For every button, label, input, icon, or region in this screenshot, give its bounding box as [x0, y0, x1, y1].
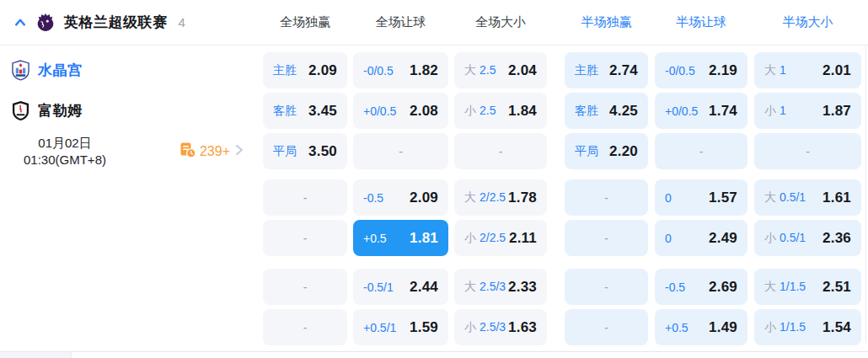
odds-value: 2.11 — [509, 230, 537, 247]
odds-label: -0/0.5 — [363, 64, 394, 77]
match-meta: 01月02日 01:30(GMT+8) 239+ — [0, 133, 255, 169]
chevron-right-icon — [233, 143, 245, 160]
left-spacer — [0, 309, 255, 345]
odds-cell-selected[interactable]: +0.51.81 — [353, 220, 448, 256]
odds-cell[interactable]: 平局3.50 — [263, 133, 347, 169]
odds-cell[interactable]: +0/0.52.08 — [353, 93, 448, 129]
odds-label: 小0.5/1 — [764, 231, 806, 246]
league-header-row: 英格兰超级联赛 4 全场独赢 全场让球 全场大小 半场独赢 半场让球 半场大小 — [0, 0, 868, 45]
odds-label: +0/0.5 — [363, 104, 396, 118]
odds-label: 大1/1.5 — [764, 280, 806, 295]
odds-label: 0 — [665, 191, 672, 205]
odds-label: 大0.5/1 — [764, 190, 806, 206]
odds-value: 2.49 — [709, 230, 737, 247]
league-name: 英格兰超级联赛 — [64, 13, 168, 32]
odds-value: 2.19 — [709, 62, 737, 79]
odds-cell[interactable]: 大2.52.04 — [454, 52, 547, 88]
odds-cell-empty: - — [565, 269, 648, 305]
odds-cell-empty: - — [353, 133, 448, 169]
odds-cell[interactable]: 小2.51.84 — [454, 93, 547, 129]
odds-cell-empty: - — [263, 309, 347, 345]
odds-row: 富勒姆 客胜3.45 +0/0.52.08 小2.51.84 客胜4.25 +0… — [0, 93, 868, 129]
odds-label: 主胜 — [273, 63, 297, 78]
odds-cell[interactable]: -0.52.69 — [655, 269, 747, 305]
away-team-crest-icon — [12, 100, 29, 121]
odds-cell[interactable]: -0/0.51.82 — [353, 52, 448, 88]
collapse-chevron-up-icon[interactable] — [13, 16, 27, 29]
odds-cell[interactable]: +0.5/11.59 — [353, 309, 448, 345]
odds-label: -0.5 — [363, 191, 383, 205]
match-time: 01:30(GMT+8) — [5, 152, 125, 168]
left-spacer — [0, 179, 255, 216]
column-header-fulltime-handicap: 全场让球 — [353, 14, 448, 30]
odds-label: +0.5 — [665, 321, 689, 334]
odds-label: 0 — [665, 232, 672, 245]
match-datetime: 01月02日 01:30(GMT+8) — [5, 135, 125, 168]
empty-odds-dash: - — [303, 321, 308, 334]
odds-value: 2.04 — [508, 62, 537, 79]
table-right-divider — [865, 46, 866, 343]
more-markets-count: 239+ — [200, 144, 230, 159]
odds-cell[interactable]: 小2.5/31.63 — [454, 309, 547, 345]
odds-cell-empty: - — [454, 133, 547, 169]
odds-cell[interactable]: 02.49 — [655, 220, 747, 256]
odds-label: +0.5 — [363, 232, 387, 245]
odds-cell-empty: - — [565, 309, 648, 345]
left-spacer — [0, 269, 255, 305]
empty-odds-dash: - — [399, 145, 403, 158]
odds-cell[interactable]: 主胜2.74 — [565, 52, 648, 88]
odds-value: 2.09 — [410, 190, 438, 206]
odds-value: 3.45 — [308, 103, 337, 120]
odds-value: 1.81 — [410, 230, 438, 247]
odds-cell-empty: - — [263, 269, 347, 305]
odds-cell-empty: - — [655, 133, 747, 169]
odds-cell[interactable]: 小0.5/12.36 — [754, 220, 861, 256]
odds-cell[interactable]: 主胜2.09 — [263, 52, 347, 88]
column-header-fulltime-overunder: 全场大小 — [454, 14, 547, 30]
odds-label: 客胜 — [273, 104, 297, 119]
away-team-row[interactable]: 富勒姆 — [0, 93, 255, 129]
odds-cell[interactable]: 大0.5/11.61 — [754, 179, 861, 216]
odds-cell[interactable]: 小11.87 — [754, 93, 861, 129]
odds-value: 1.74 — [709, 103, 737, 120]
odds-cell[interactable]: 大2.5/32.33 — [454, 269, 547, 305]
odds-cell[interactable]: 小1/1.51.54 — [754, 309, 861, 345]
empty-odds-dash: - — [806, 145, 810, 158]
odds-cell[interactable]: 客胜4.25 — [565, 93, 648, 129]
odds-cell[interactable]: 大12.01 — [754, 52, 861, 88]
odds-cell[interactable]: +0.51.49 — [655, 309, 747, 345]
column-header-halftime-handicap: 半场让球 — [655, 14, 747, 30]
odds-label: 小2.5 — [464, 104, 496, 119]
home-team-row[interactable]: 水晶宫 — [0, 52, 255, 88]
odds-cell[interactable]: 平局2.20 — [565, 133, 648, 169]
odds-value: 1.84 — [508, 103, 537, 120]
odds-cell[interactable]: +0/0.51.74 — [655, 93, 747, 129]
more-markets-link[interactable]: 239+ — [179, 142, 245, 162]
odds-board: 英格兰超级联赛 4 全场独赢 全场让球 全场大小 半场独赢 半场让球 半场大小 … — [0, 0, 868, 358]
odds-cell[interactable]: 大1/1.52.51 — [754, 269, 861, 305]
odds-cell[interactable]: 01.57 — [655, 179, 747, 216]
home-team-crest-icon — [12, 60, 29, 81]
odds-value: 2.09 — [308, 62, 337, 79]
column-header-fulltime-1x2: 全场独赢 — [263, 14, 347, 30]
empty-odds-dash: - — [604, 321, 608, 334]
odds-cell[interactable]: -0.5/12.44 — [353, 269, 448, 305]
empty-odds-dash: - — [303, 191, 308, 205]
odds-label: -0.5/1 — [363, 281, 394, 294]
odds-label: 大2/2.5 — [464, 190, 506, 206]
odds-cell[interactable]: 小2/2.52.11 — [454, 220, 547, 256]
odds-cell[interactable]: 客胜3.45 — [263, 93, 347, 129]
odds-value: 2.36 — [822, 230, 851, 247]
odds-label: 小2.5/3 — [464, 320, 506, 335]
odds-cell[interactable]: 大2/2.51.78 — [454, 179, 547, 216]
left-spacer — [0, 220, 255, 256]
odds-cell[interactable]: -0/0.52.19 — [655, 52, 747, 88]
odds-cell[interactable]: -0.52.09 — [353, 179, 448, 216]
odds-label: 平局 — [273, 144, 297, 159]
odds-label: 大1 — [764, 63, 786, 78]
odds-row: - -0.52.09 大2/2.51.78 - 01.57 大0.5/11.61 — [0, 179, 868, 216]
odds-value: 1.63 — [508, 319, 537, 336]
odds-value: 2.08 — [410, 103, 438, 120]
odds-label: +0/0.5 — [665, 104, 698, 118]
odds-value: 4.25 — [609, 103, 638, 120]
